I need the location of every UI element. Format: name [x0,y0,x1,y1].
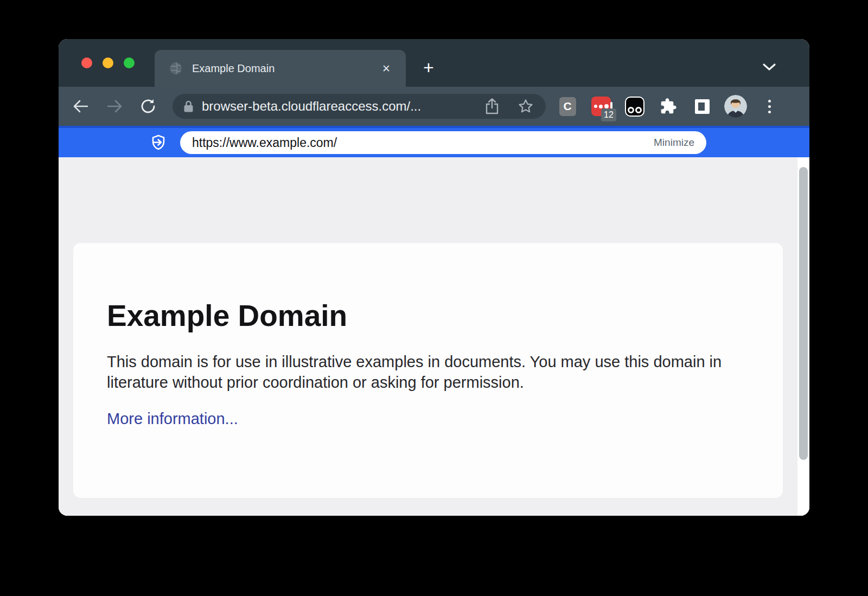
avatar-photo [724,95,747,118]
extension-oo-button[interactable] [625,95,644,117]
extension-oo-icon [625,97,644,117]
extension-blocker-button[interactable]: 12 [591,95,611,117]
extension-badge-count: 12 [601,108,616,121]
reload-button[interactable] [137,95,159,118]
side-panel-button[interactable] [692,95,712,117]
isolated-url-value[interactable]: https://www.example.com/ [192,136,654,150]
extension-c-button[interactable]: C [558,95,577,117]
tab-strip: Example Domain ✕ + [59,39,809,87]
page-viewport: Example Domain This domain is for use in… [59,157,809,516]
fullscreen-window-button[interactable] [124,57,135,68]
address-bar-url[interactable]: browser-beta.cloudflareaccess.com/... [202,99,483,114]
browser-menu-button[interactable] [760,95,779,117]
share-button[interactable] [483,97,501,116]
close-window-button[interactable] [81,57,92,68]
page-heading: Example Domain [107,298,745,333]
minimize-window-button[interactable] [103,57,113,68]
scrollbar-track[interactable] [797,157,809,516]
tab-title: Example Domain [192,62,379,75]
address-bar[interactable]: browser-beta.cloudflareaccess.com/... [173,94,546,119]
globe-favicon-icon [169,61,183,75]
three-dot-menu-icon [768,100,771,113]
isolated-url-input[interactable]: https://www.example.com/ Minimize [180,131,706,154]
isolation-shield-icon [151,134,166,151]
forward-button[interactable] [103,95,126,118]
new-tab-button[interactable]: + [417,55,441,79]
isolation-url-bar: https://www.example.com/ Minimize [59,126,809,157]
extensions-puzzle-button[interactable] [659,95,678,117]
minimize-isolation-button[interactable]: Minimize [654,137,694,149]
lock-icon[interactable] [183,100,194,113]
extensions-area: C 12 [558,95,779,117]
browser-toolbar: browser-beta.cloudflareaccess.com/... C [59,87,809,126]
more-information-link[interactable]: More information... [107,410,238,428]
tab-close-icon[interactable]: ✕ [379,61,394,76]
tab-search-chevron-icon[interactable] [761,59,778,76]
profile-avatar[interactable] [726,95,745,117]
side-panel-icon [695,99,710,114]
browser-tab[interactable]: Example Domain ✕ [155,50,406,87]
scrollbar-thumb[interactable] [799,167,808,460]
browser-window: Example Domain ✕ + [59,39,809,516]
macos-window-controls [81,57,135,68]
example-domain-card: Example Domain This domain is for use in… [73,243,783,498]
page-body-text: This domain is for use in illustrative e… [107,351,731,393]
bookmark-star-icon[interactable] [516,97,535,116]
back-button[interactable] [69,95,92,118]
extension-c-icon: C [559,97,576,116]
